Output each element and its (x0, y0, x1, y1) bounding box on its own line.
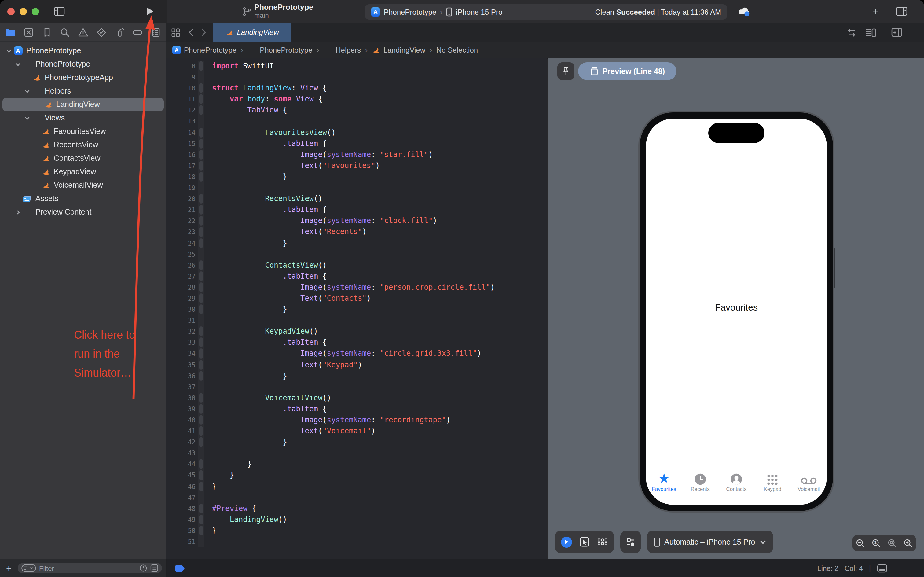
breadcrumb-item-helpers[interactable]: Helpers (323, 46, 361, 55)
code-line-40[interactable]: 40 Image(systemName: "recordingtape") (166, 414, 547, 425)
code-fold-gutter[interactable] (198, 105, 204, 116)
code-line-34[interactable]: 34 Image(systemName: "circle.grid.3x3.fi… (166, 348, 547, 359)
code-line-17[interactable]: 17 Text("Favourites") (166, 160, 547, 171)
disclosure-open-icon[interactable] (23, 115, 31, 121)
zoom-window-button[interactable] (32, 8, 39, 15)
swap-editor-icon[interactable] (847, 28, 857, 37)
code-fold-gutter[interactable] (198, 403, 204, 414)
code-line-45[interactable]: 45 } (166, 470, 547, 481)
code-fold-gutter[interactable] (198, 503, 204, 514)
run-button[interactable] (146, 7, 154, 16)
code-line-11[interactable]: 11 var body: some View { (166, 94, 547, 105)
code-line-32[interactable]: 32 KeypadView() (166, 326, 547, 337)
minimize-window-button[interactable] (19, 8, 27, 15)
disclosure-open-icon[interactable] (5, 48, 13, 53)
code-fold-gutter[interactable] (198, 171, 204, 182)
recent-files-icon[interactable] (139, 564, 147, 572)
sidebar-item-contactsview[interactable]: ContactsView (0, 152, 166, 165)
code-line-38[interactable]: 38 VoicemailView() (166, 392, 547, 403)
code-line-51[interactable]: 51 (166, 536, 547, 547)
sidebar-item-landingview[interactable]: LandingView (2, 98, 164, 111)
live-preview-button[interactable] (561, 536, 572, 547)
code-line-19[interactable]: 19 (166, 182, 547, 193)
code-fold-gutter[interactable] (198, 193, 204, 204)
code-fold-gutter[interactable] (198, 160, 204, 171)
code-line-28[interactable]: 28 Image(systemName: "person.crop.circle… (166, 282, 547, 293)
sidebar-item-views[interactable]: Views (0, 111, 166, 125)
code-line-8[interactable]: 8import SwiftUI (166, 61, 547, 71)
sidebar-item-helpers[interactable]: Helpers (0, 84, 166, 98)
breadcrumb-item-landingview[interactable]: LandingView (372, 46, 425, 55)
disclosure-closed-icon[interactable] (14, 210, 22, 215)
phone-tab-favourites[interactable]: ★Favourites (646, 471, 682, 500)
phone-tab-keypad[interactable]: Keypad (754, 471, 790, 500)
breakpoints-toggle-icon[interactable] (175, 565, 185, 572)
bookmarks-navigator-icon[interactable] (41, 27, 52, 38)
code-fold-gutter[interactable] (198, 326, 204, 337)
toggle-debug-area-icon[interactable] (877, 564, 887, 572)
tab-overview-icon[interactable] (171, 27, 181, 38)
sidebar-item-recentsview[interactable]: RecentsView (0, 138, 166, 152)
code-fold-gutter[interactable] (198, 149, 204, 160)
code-fold-gutter[interactable] (198, 116, 204, 127)
code-fold-gutter[interactable] (198, 425, 204, 437)
go-forward-icon[interactable] (201, 28, 206, 37)
phone-tab-voicemail[interactable]: Voicemail (791, 471, 827, 500)
reports-navigator-icon[interactable] (150, 27, 161, 38)
breadcrumb-item-no-selection[interactable]: No Selection (436, 46, 478, 55)
sidebar-item-phoneprototype[interactable]: APhonePrototype (0, 44, 166, 58)
code-fold-gutter[interactable] (198, 459, 204, 470)
code-fold-gutter[interactable] (198, 514, 204, 525)
tab-landingview[interactable]: LandingView (213, 23, 291, 42)
filter-field[interactable]: Filter (18, 563, 162, 573)
code-line-46[interactable]: 46} (166, 481, 547, 492)
code-line-41[interactable]: 41 Text("Voicemail") (166, 425, 547, 437)
code-fold-gutter[interactable] (198, 525, 204, 536)
code-fold-gutter[interactable] (198, 237, 204, 248)
phone-tab-contacts[interactable]: Contacts (718, 471, 754, 500)
variants-mode-icon[interactable] (597, 537, 608, 547)
code-line-12[interactable]: 12 TabView { (166, 105, 547, 116)
go-back-icon[interactable] (188, 28, 194, 37)
run-destination[interactable]: iPhone 15 Pro (456, 8, 502, 16)
code-line-20[interactable]: 20 RecentsView() (166, 193, 547, 204)
code-fold-gutter[interactable] (198, 248, 204, 259)
preview-device-menu[interactable]: Automatic – iPhone 15 Pro (647, 530, 773, 553)
code-line-50[interactable]: 50} (166, 525, 547, 536)
project-navigator-icon[interactable] (5, 27, 16, 38)
code-line-18[interactable]: 18 } (166, 171, 547, 182)
sidebar-item-favouritesview[interactable]: FavouritesView (0, 125, 166, 138)
disclosure-open-icon[interactable] (23, 88, 31, 94)
scheme-selector[interactable]: PhonePrototype (384, 8, 436, 16)
code-line-47[interactable]: 47 (166, 492, 547, 503)
code-fold-gutter[interactable] (198, 437, 204, 447)
code-fold-gutter[interactable] (198, 392, 204, 403)
code-line-22[interactable]: 22 Image(systemName: "clock.fill") (166, 216, 547, 226)
code-fold-gutter[interactable] (198, 492, 204, 503)
sidebar-item-assets[interactable]: Assets (0, 192, 166, 205)
code-line-24[interactable]: 24 } (166, 237, 547, 248)
code-line-35[interactable]: 35 Text("Keypad") (166, 359, 547, 370)
activity-status[interactable]: Clean Succeeded | Today at 11:36 AM (595, 8, 721, 16)
code-fold-gutter[interactable] (198, 182, 204, 193)
code-fold-gutter[interactable] (198, 259, 204, 271)
code-fold-gutter[interactable] (198, 82, 204, 93)
sidebar-item-voicemailview[interactable]: VoicemailView (0, 179, 166, 192)
code-fold-gutter[interactable] (198, 381, 204, 392)
zoom-out-icon[interactable] (856, 538, 865, 548)
phone-tab-recents[interactable]: Recents (682, 471, 718, 500)
device-settings-icon[interactable] (625, 536, 636, 547)
toggle-left-sidebar-icon[interactable] (54, 7, 65, 16)
code-line-15[interactable]: 15 .tabItem { (166, 138, 547, 149)
code-line-48[interactable]: 48#Preview { (166, 503, 547, 514)
code-line-10[interactable]: 10struct LandingView: View { (166, 82, 547, 93)
code-fold-gutter[interactable] (198, 536, 204, 547)
add-tab-button[interactable]: + (872, 6, 879, 18)
code-fold-gutter[interactable] (198, 337, 204, 348)
sidebar-item-keypadview[interactable]: KeypadView (0, 165, 166, 179)
disclosure-open-icon[interactable] (14, 61, 22, 67)
debug-navigator-icon[interactable] (114, 27, 125, 38)
code-fold-gutter[interactable] (198, 348, 204, 359)
issues-navigator-icon[interactable] (77, 27, 89, 38)
sidebar-item-preview-content[interactable]: Preview Content (0, 205, 166, 219)
